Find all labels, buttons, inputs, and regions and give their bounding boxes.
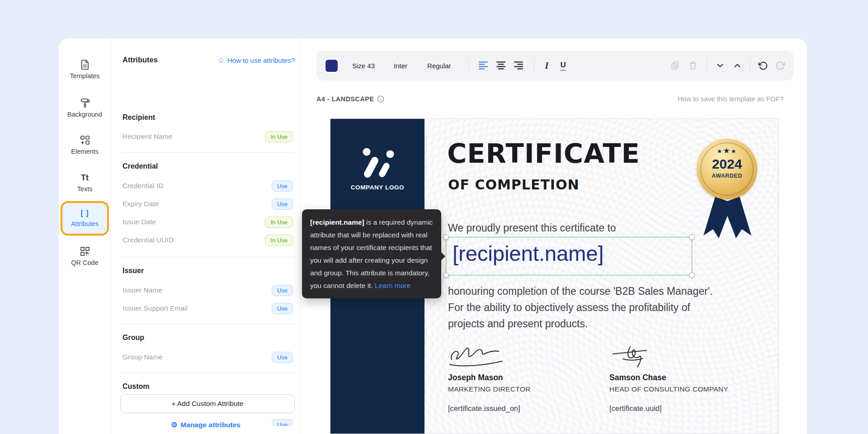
resize-handle-top-left[interactable] — [443, 234, 449, 240]
learn-more-link[interactable]: Learn more — [375, 279, 410, 292]
how-to-use-attributes-link[interactable]: ☆ How to use attributes? — [218, 56, 295, 65]
certificate-body-line: honouring completion of the course 'B2B … — [448, 285, 712, 297]
use-button[interactable]: Use — [272, 303, 293, 314]
align-left-button[interactable] — [479, 61, 489, 70]
signer-block: Samson Chase HEAD OF CONSULTING COMPANY … — [609, 344, 759, 413]
manage-attributes-link[interactable]: ⚙ Manage attributes — [111, 420, 300, 429]
attr-row: Recipient Name In Use — [123, 130, 293, 143]
company-logo-mark — [357, 147, 398, 179]
attr-row: Expiry Date Use — [123, 198, 293, 210]
current-color-swatch — [326, 60, 338, 72]
use-button[interactable]: Use — [272, 180, 293, 192]
text-toolbar: Size 43 Inter Regular I U — [316, 51, 793, 80]
tooltip-attribute-token: [recipient.name] — [310, 218, 364, 226]
font-family-control[interactable]: Inter — [394, 62, 407, 70]
delete-button[interactable] — [689, 61, 698, 70]
color-swatch-button[interactable] — [323, 57, 340, 74]
sidebar-item-label: Templates — [59, 72, 111, 80]
separator — [534, 59, 534, 72]
section-issuer: Issuer — [123, 267, 144, 275]
signer-block: Joseph Mason MARKETING DIRECTOR [certifi… — [448, 344, 597, 413]
separator — [468, 59, 469, 72]
separator — [750, 59, 750, 72]
selected-text-element[interactable]: [recipient.name] — [446, 237, 692, 275]
certificate-subtitle: OF COMPLETION — [448, 177, 580, 193]
sidebar-item-templates[interactable]: Templates — [59, 59, 111, 80]
resize-handle-bottom-right[interactable] — [689, 272, 695, 278]
page-format-label: A4 - LANDSCAPE — [316, 95, 384, 103]
attr-row: Issuer Support Email Use — [123, 302, 293, 315]
sidebar-item-label: Attributes — [71, 220, 99, 227]
texts-icon: Tt — [59, 172, 111, 184]
font-size-control[interactable]: Size 43 — [352, 62, 375, 70]
attr-row: Issue Date In Use — [123, 216, 293, 228]
use-button[interactable]: Use — [272, 198, 293, 210]
info-icon[interactable] — [377, 95, 384, 103]
section-recipient: Recipient — [123, 113, 155, 122]
attr-row: Credential ID Use — [123, 179, 293, 192]
align-center-button[interactable] — [496, 61, 506, 70]
recipient-name-attribute[interactable]: [recipient.name] — [453, 241, 604, 266]
company-logo: COMPANY LOGO — [330, 147, 425, 191]
sidebar-item-label: Texts — [59, 185, 111, 193]
divider — [120, 324, 296, 324]
section-credential: Credential — [123, 162, 158, 170]
medal-dotted-ring — [700, 142, 754, 196]
duplicate-button[interactable] — [670, 61, 679, 70]
section-group: Group — [123, 334, 144, 342]
signer-name: Samson Chase — [609, 373, 759, 382]
qr-code-icon — [59, 245, 111, 257]
certificate-intro-text: We proudly present this certificate to — [448, 222, 616, 234]
sidebar-item-background[interactable]: Background — [59, 97, 111, 118]
certificate-title: CERTIFICATE — [447, 138, 640, 169]
move-up-layer-button[interactable] — [732, 61, 742, 71]
italic-button[interactable]: I — [545, 61, 549, 71]
attributes-panel: Attributes ☆ How to use attributes? Reci… — [111, 38, 301, 434]
sidebar-item-texts[interactable]: Tt Texts — [59, 172, 111, 193]
align-right-button[interactable] — [514, 61, 524, 70]
company-logo-caption: COMPANY LOGO — [330, 184, 425, 191]
divider — [120, 257, 296, 257]
sidebar-item-label: QR Code — [59, 259, 111, 266]
signature-scribble — [609, 344, 664, 370]
divider — [120, 373, 296, 373]
editor-card: Templates Background Elements Tt Texts — [59, 38, 807, 434]
signer-title: MARKETING DIRECTOR — [448, 385, 597, 393]
panel-title: Attributes — [123, 56, 158, 64]
uuid-attribute: [certificate.uuid] — [609, 404, 759, 413]
in-use-badge[interactable]: In Use — [265, 131, 293, 142]
elements-grid-icon — [59, 134, 111, 146]
in-use-badge[interactable]: In Use — [265, 217, 293, 228]
redo-button[interactable] — [776, 61, 785, 71]
resize-handle-bottom-left[interactable] — [443, 272, 449, 278]
use-button[interactable]: Use — [272, 285, 293, 296]
tooltip-text: is a required dynamic attribute that wil… — [310, 218, 433, 289]
star-icon: ☆ — [218, 56, 225, 65]
signature-scribble — [448, 344, 509, 370]
use-button[interactable]: Use — [272, 352, 293, 363]
certificate-body-line: projects and present products. — [448, 318, 588, 330]
sidebar-item-attributes[interactable]: [ ] Attributes — [61, 201, 109, 236]
attr-row: Group Name Use — [123, 351, 293, 363]
separator — [707, 59, 707, 72]
canvas-header: A4 - LANDSCAPE How to save this template… — [316, 95, 783, 103]
attribute-tooltip: [recipient.name] is a required dynamic a… — [302, 209, 441, 298]
sidebar-item-qr-code[interactable]: QR Code — [59, 245, 111, 266]
sidebar-item-label: Background — [59, 111, 111, 118]
brackets-icon: [ ] — [80, 209, 89, 219]
in-use-badge[interactable]: In Use — [265, 235, 293, 246]
font-weight-control[interactable]: Regular — [427, 62, 451, 70]
template-file-icon — [59, 59, 111, 71]
award-medal: ★★★ 2024 AWARDED — [690, 139, 764, 241]
tooltip-arrow — [441, 252, 445, 261]
add-custom-attribute-button[interactable]: + Add Custom Attribute — [120, 394, 295, 413]
issued-on-attribute: [certificate.issued_on] — [448, 404, 597, 413]
signer-title: HEAD OF CONSULTING COMPANY — [609, 385, 759, 393]
undo-button[interactable] — [758, 61, 768, 71]
underline-button[interactable]: U — [560, 61, 566, 71]
move-down-layer-button[interactable] — [715, 61, 725, 71]
attr-row: Credential UUID In Use — [123, 234, 293, 246]
sidebar-item-elements[interactable]: Elements — [59, 134, 111, 155]
save-as-pdf-help-link[interactable]: How to save this template as PDF? — [678, 95, 783, 103]
paint-roller-icon — [59, 97, 111, 109]
